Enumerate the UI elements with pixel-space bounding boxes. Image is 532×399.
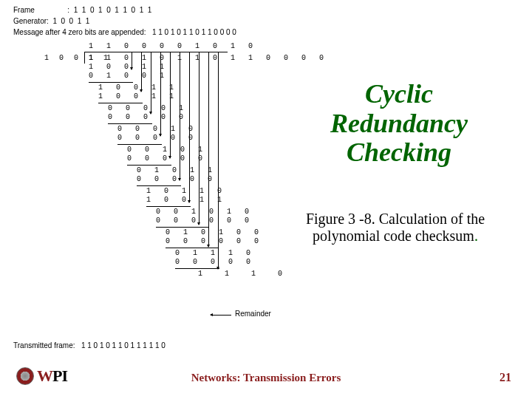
step-rule — [175, 268, 219, 269]
step-rule — [117, 144, 162, 145]
dividend: 1 1 0 1 0 1 1 0 1 1 0 0 0 0 — [89, 55, 328, 62]
page-number: 21 — [499, 371, 511, 384]
long-division: 1 1 0 0 0 0 1 0 1 0 1 0 0 1 1 1 1 0 1 0 … — [44, 43, 53, 146]
step-rule — [98, 103, 143, 103]
step-rule — [89, 82, 133, 83]
division-steps: 1 0 0 1 10 1 0 0 11 0 0 1 11 0 0 1 10 0 … — [89, 64, 287, 279]
slide-title: Cyclic Redundancy Checking — [296, 80, 502, 168]
step-row: 0 0 0 0 0 — [89, 134, 287, 143]
step-rule — [127, 165, 171, 166]
step-row: 1 0 0 1 1 — [89, 93, 287, 102]
footer-title: Networks: Transmission Errors — [0, 372, 532, 384]
step-rule — [137, 185, 181, 186]
step-row: 0 0 0 0 0 0 — [89, 238, 287, 247]
step-rule — [146, 206, 191, 207]
step-rule — [108, 123, 152, 124]
step-row: 0 0 0 0 0 — [89, 176, 287, 185]
remainder-arrow — [211, 315, 231, 316]
step-row: 0 0 0 0 0 0 — [89, 217, 287, 226]
step-row: 0 0 0 0 0 — [89, 114, 287, 123]
step-row: 0 0 0 0 0 — [89, 259, 287, 267]
step-row: 0 0 0 0 0 — [89, 155, 287, 164]
step-rule — [156, 227, 209, 228]
step-row: 0 1 0 0 1 — [89, 72, 287, 81]
quotient: 1 1 0 0 0 0 1 0 1 0 — [89, 43, 257, 50]
header-labels: Frame : 1 1 0 1 0 1 1 0 1 1 Generator: 1… — [13, 4, 236, 38]
frame-line: Frame : 1 1 0 1 0 1 1 0 1 1 — [13, 4, 236, 16]
appended-line: Message after 4 zero bits are appended: … — [13, 27, 236, 38]
remainder-row: 1 1 1 0 — [89, 270, 287, 279]
transmitted-frame: Transmitted frame: 1 1 0 1 0 1 1 0 1 1 1… — [13, 341, 166, 349]
quotient-rule — [87, 52, 228, 52]
remainder-label: Remainder — [235, 310, 271, 318]
figure-caption: Figure 3 -8. Calculation of the polynomi… — [281, 211, 510, 245]
step-row: 1 0 0 1 1 — [89, 197, 287, 205]
generator-line: Generator: 1 0 0 1 1 — [13, 16, 236, 27]
step-rule — [166, 248, 219, 248]
footer: WPI Networks: Transmission Errors 21 — [0, 364, 532, 386]
